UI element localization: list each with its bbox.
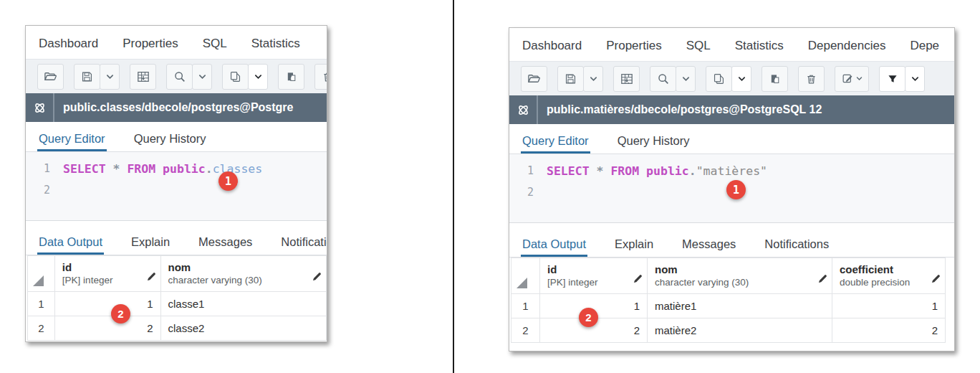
sql-editor[interactable]: 1 SELECT * FROM public."matières" 2 1 [509,154,954,223]
sql-editor[interactable]: 1 SELECT * FROM public.classes 2 1 [26,152,327,221]
copy-options-button[interactable] [731,66,751,92]
tab-query-history[interactable]: Query History [133,126,208,151]
pencil-icon [931,274,941,283]
find-options-button[interactable] [192,64,212,90]
save-options-button[interactable] [583,66,603,92]
row-number[interactable]: 1 [511,294,540,318]
copy-button[interactable] [222,64,249,90]
column-header-nom[interactable]: nom character varying (30) [648,258,832,294]
cell-coefficient[interactable]: 1 [832,294,946,318]
save-data-changes-button[interactable] [130,64,156,90]
delete-button[interactable] [314,64,327,90]
save-data-changes-button[interactable] [613,66,640,92]
column-name: nom [655,263,813,276]
tab-explain[interactable]: Explain [130,230,171,255]
column-type: double precision [840,276,926,288]
tab-query-editor[interactable]: Query Editor [521,128,590,154]
tab-sql[interactable]: SQL [686,39,711,53]
column-header-nom[interactable]: nom character varying (30) [160,256,326,292]
vertical-divider [453,0,454,373]
tab-dependents[interactable]: Depe [910,39,939,53]
tab-query-editor[interactable]: Query Editor [37,126,107,151]
open-file-button[interactable] [37,64,64,90]
connection-string: public.classes/dbecole/postgres@Postgre [54,93,293,122]
cell-nom[interactable]: classe2 [160,316,326,341]
find-button[interactable] [166,64,193,90]
tab-dashboard[interactable]: Dashboard [39,37,98,51]
connection-string: public.matières/dbecole/postgres@Postgre… [538,95,822,124]
tab-messages[interactable]: Messages [681,232,737,257]
tab-dashboard[interactable]: Dashboard [522,39,582,53]
copy-button[interactable] [706,66,732,92]
tab-dependencies[interactable]: Dependencies [808,39,886,53]
cell-id[interactable]: 1 [54,292,160,316]
tab-data-output[interactable]: Data Output [37,230,104,255]
results-grid: id [PK] integer nom character varying (3… [511,258,946,343]
tab-sql[interactable]: SQL [203,37,227,51]
save-button[interactable] [557,66,584,92]
panel-tab-bar: Dashboard Properties SQL Statistics [39,32,327,56]
save-options-button[interactable] [100,64,120,90]
select-all-corner[interactable] [511,258,540,294]
tab-statistics[interactable]: Statistics [735,39,784,53]
tab-data-output[interactable]: Data Output [521,232,587,257]
tab-statistics[interactable]: Statistics [251,37,300,51]
delete-button[interactable] [798,66,825,92]
sql-line-1: 1 SELECT * FROM public."matières" [509,160,954,181]
tab-notifications[interactable]: Notifications [279,230,327,255]
column-type: character varying (30) [655,276,813,288]
annotation-badge-1: 1 [218,171,238,191]
cell-id[interactable]: 2 [54,316,160,341]
query-tab-bar: Query Editor Query History [26,126,327,152]
column-header-id[interactable]: id [PK] integer [54,256,160,292]
save-icon [565,72,577,85]
connection-status-icon[interactable] [509,95,538,124]
chevron-down-icon [856,76,863,81]
paste-button[interactable] [762,66,788,92]
cell-nom[interactable]: matière1 [648,294,832,318]
tab-notifications[interactable]: Notifications [763,232,830,257]
column-type: [PK] integer [547,276,628,288]
tab-properties[interactable]: Properties [123,37,178,51]
header-row: id [PK] integer nom character varying (3… [511,258,946,294]
table-row: 2 2 matière2 2 [511,318,946,343]
query-toolbar [26,59,327,93]
select-all-corner[interactable] [28,256,55,292]
chevron-down-icon [106,74,114,80]
annotation-badge-2: 2 [111,304,130,324]
line-number: 2 [509,186,534,199]
open-file-button[interactable] [521,66,547,92]
column-header-id[interactable]: id [PK] integer [540,258,648,294]
filter-button[interactable] [879,66,905,92]
pgadmin-window-matieres: Dashboard Properties SQL Statistics Depe… [509,27,955,351]
find-options-button[interactable] [676,66,696,92]
output-tab-bar: Data Output Explain Messages Notificatio… [509,232,954,258]
cell-nom[interactable]: classe1 [160,292,326,316]
folder-open-icon [44,70,57,83]
row-number[interactable]: 2 [511,318,540,343]
tab-properties[interactable]: Properties [606,39,661,53]
tab-explain[interactable]: Explain [613,232,655,257]
row-number[interactable]: 1 [28,292,55,316]
connection-status-icon[interactable] [26,93,54,122]
copy-icon [713,72,725,85]
save-icon [81,70,93,83]
line-number: 1 [509,164,534,177]
paste-button[interactable] [278,64,304,90]
query-toolbar [509,61,954,95]
tab-messages[interactable]: Messages [197,230,254,255]
column-header-coefficient[interactable]: coefficient double precision [832,258,946,294]
column-type: [PK] integer [62,274,142,286]
edit-options-button[interactable] [835,66,869,92]
copy-options-button[interactable] [248,64,268,90]
search-icon [657,72,670,85]
find-button[interactable] [650,66,676,92]
table-row: 1 1 matière1 1 [511,294,946,318]
cell-coefficient[interactable]: 2 [832,318,946,343]
cell-nom[interactable]: matière2 [648,318,832,343]
filter-options-button[interactable] [905,66,925,92]
tab-query-history[interactable]: Query History [616,128,691,154]
save-button[interactable] [74,64,100,90]
sql-code: SELECT * FROM public."matières" [534,164,767,178]
row-number[interactable]: 2 [28,316,55,341]
